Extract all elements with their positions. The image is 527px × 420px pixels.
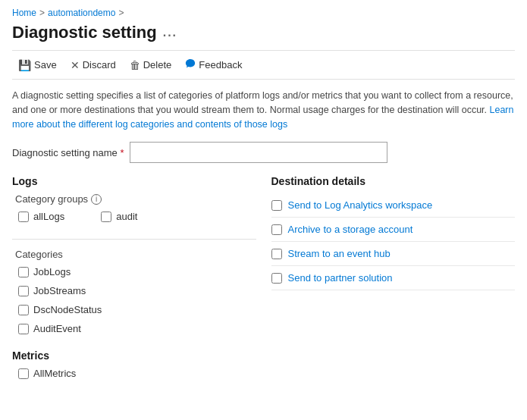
left-panel: Logs Category groups i allLogs audit: [12, 175, 256, 387]
save-button[interactable]: 💾 Save: [12, 56, 63, 74]
delete-icon: 🗑: [130, 59, 140, 71]
audit-checkbox[interactable]: [101, 212, 111, 222]
categories-section: Categories JobLogs JobStreams DscNodeSta…: [12, 249, 256, 334]
setting-name-row: Diagnostic setting name *: [12, 142, 515, 163]
discard-label: Discard: [83, 59, 116, 71]
toolbar: 💾 Save ✕ Discard 🗑 Delete Feedback: [12, 50, 515, 80]
auditevent-label[interactable]: AuditEvent: [33, 323, 81, 334]
categories-subtitle: Categories: [15, 249, 256, 260]
checkbox-dscnodestatus: DscNodeStatus: [18, 304, 256, 315]
breadcrumb-separator-2: >: [118, 8, 124, 18]
page-title-row: Diagnostic setting ...: [12, 23, 515, 42]
feedback-icon: [185, 58, 196, 71]
destination-title: Destination details: [271, 175, 516, 187]
delete-button[interactable]: 🗑 Delete: [124, 56, 178, 74]
jobstreams-label[interactable]: JobStreams: [33, 285, 86, 296]
log-analytics-label[interactable]: Send to Log Analytics workspace: [288, 199, 433, 211]
category-groups-row: allLogs audit: [12, 211, 256, 230]
dscnodestatus-label[interactable]: DscNodeStatus: [33, 304, 102, 315]
log-analytics-checkbox[interactable]: [271, 200, 282, 211]
save-label: Save: [34, 59, 57, 71]
event-hub-checkbox[interactable]: [271, 249, 282, 259]
right-panel: Destination details Send to Log Analytic…: [271, 175, 516, 387]
category-groups-label: Category groups: [15, 193, 88, 205]
destination-partner-solution: Send to partner solution: [271, 266, 516, 290]
delete-label: Delete: [143, 59, 172, 71]
setting-name-label: Diagnostic setting name *: [12, 147, 124, 158]
checkbox-joblogs: JobLogs: [18, 266, 256, 277]
metrics-section: Metrics AllMetrics: [12, 349, 256, 379]
joblogs-label[interactable]: JobLogs: [33, 266, 71, 277]
description-text: A diagnostic setting specifies a list of…: [12, 89, 515, 131]
description-before-link: A diagnostic setting specifies a list of…: [12, 90, 513, 115]
save-icon: 💾: [18, 59, 31, 71]
allmetrics-label[interactable]: AllMetrics: [33, 368, 76, 379]
jobstreams-checkbox[interactable]: [18, 286, 29, 296]
feedback-label: Feedback: [199, 59, 242, 71]
auditevent-checkbox[interactable]: [18, 324, 29, 334]
setting-name-input[interactable]: [130, 142, 387, 163]
main-content: Logs Category groups i allLogs audit: [12, 175, 515, 387]
breadcrumb: Home > automationdemo >: [12, 8, 515, 18]
destination-storage-account: Archive to a storage account: [271, 218, 516, 242]
destination-event-hub: Stream to an event hub: [271, 242, 516, 266]
checkbox-audit: audit: [101, 211, 137, 222]
page-title: Diagnostic setting: [12, 23, 157, 42]
partner-solution-checkbox[interactable]: [271, 273, 282, 284]
metrics-title: Metrics: [12, 349, 256, 362]
allmetrics-checkbox[interactable]: [18, 368, 29, 379]
checkbox-allmetrics: AllMetrics: [18, 368, 256, 379]
logs-title: Logs: [12, 175, 256, 187]
destination-log-analytics: Send to Log Analytics workspace: [271, 193, 516, 218]
breadcrumb-separator-1: >: [39, 8, 45, 18]
category-groups-subtitle: Category groups i: [15, 193, 256, 205]
dscnodestatus-checkbox[interactable]: [18, 305, 29, 315]
storage-account-label[interactable]: Archive to a storage account: [288, 224, 413, 235]
logs-divider: [12, 239, 256, 240]
category-groups-info-icon[interactable]: i: [91, 194, 102, 205]
storage-account-checkbox[interactable]: [271, 224, 282, 235]
checkbox-auditevent: AuditEvent: [18, 323, 256, 334]
alllogs-checkbox[interactable]: [18, 212, 29, 222]
partner-solution-label[interactable]: Send to partner solution: [288, 272, 393, 284]
event-hub-label[interactable]: Stream to an event hub: [288, 248, 391, 259]
feedback-button[interactable]: Feedback: [179, 55, 248, 74]
checkbox-jobstreams: JobStreams: [18, 285, 256, 296]
breadcrumb-home[interactable]: Home: [12, 8, 36, 18]
logs-section: Logs Category groups i allLogs audit: [12, 175, 256, 334]
alllogs-label[interactable]: allLogs: [33, 211, 64, 222]
joblogs-checkbox[interactable]: [18, 267, 29, 277]
checkbox-alllogs: allLogs: [18, 211, 64, 222]
page-title-ellipsis[interactable]: ...: [163, 26, 177, 39]
discard-icon: ✕: [71, 59, 80, 71]
breadcrumb-automationdemo[interactable]: automationdemo: [48, 8, 115, 18]
discard-button[interactable]: ✕ Discard: [64, 56, 122, 74]
required-indicator: *: [120, 147, 124, 158]
audit-label[interactable]: audit: [116, 211, 137, 222]
categories-label: Categories: [15, 249, 63, 260]
